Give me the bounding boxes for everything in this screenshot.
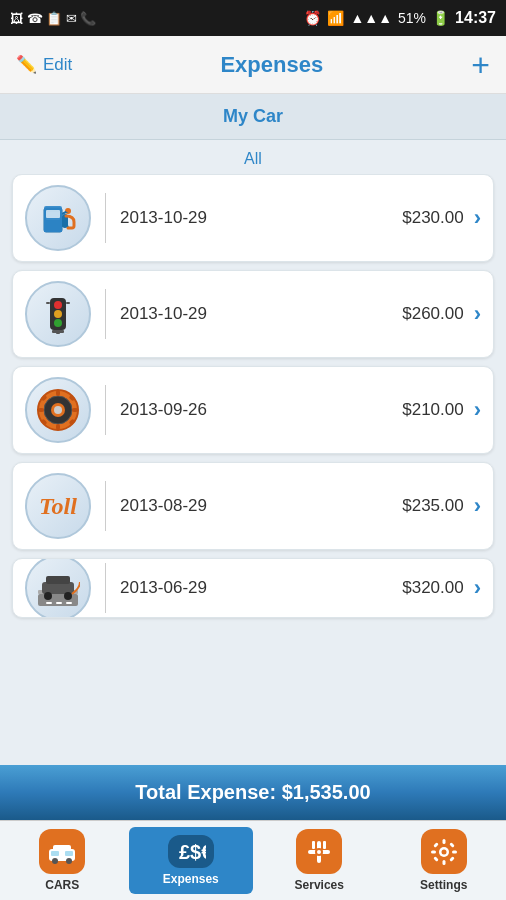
- chevron-icon-2: ›: [474, 301, 481, 327]
- svg-point-10: [54, 319, 62, 327]
- cars-icon-bg: [39, 829, 85, 874]
- status-right-info: ⏰ 📶 ▲▲▲ 51% 🔋 14:37: [304, 9, 496, 27]
- expense-icon-traffic: [25, 281, 91, 347]
- alarm-icon: ⏰: [304, 10, 321, 26]
- car-icon: [47, 837, 77, 867]
- svg-rect-30: [46, 576, 70, 584]
- svg-rect-14: [52, 330, 64, 333]
- chevron-icon-5: ›: [474, 575, 481, 601]
- svg-rect-11: [46, 302, 50, 304]
- svg-point-50: [441, 849, 446, 854]
- svg-point-9: [54, 310, 62, 318]
- expense-amount-3: $210.00: [402, 400, 463, 420]
- expenses-icon-bg: £$€: [168, 835, 214, 868]
- battery-icon: 🔋: [432, 10, 449, 26]
- svg-rect-20: [56, 424, 60, 430]
- svg-rect-34: [56, 602, 62, 604]
- svg-rect-51: [442, 839, 445, 844]
- signal-icon: ▲▲▲: [350, 10, 392, 26]
- services-icon: [304, 837, 334, 867]
- svg-rect-19: [56, 390, 60, 396]
- svg-rect-57: [433, 856, 439, 862]
- svg-rect-56: [449, 842, 455, 848]
- expense-item-3[interactable]: 2013-09-26 $210.00 ›: [12, 366, 494, 454]
- status-left-icons: 🖼 ☎ 📋 ✉ 📞: [10, 11, 96, 26]
- chevron-icon-3: ›: [474, 397, 481, 423]
- traffic-light-icon: [36, 292, 80, 336]
- expense-date-1: 2013-10-29: [120, 208, 402, 228]
- svg-point-18: [54, 406, 62, 414]
- divider: [105, 193, 106, 243]
- expense-icon-fuel: [25, 185, 91, 251]
- edit-label: Edit: [43, 55, 72, 75]
- battery-percent: 51%: [398, 10, 426, 26]
- svg-rect-41: [65, 851, 73, 856]
- status-time: 14:37: [455, 9, 496, 27]
- svg-rect-22: [72, 408, 78, 412]
- svg-rect-53: [431, 850, 436, 853]
- svg-point-32: [64, 592, 72, 600]
- svg-rect-12: [66, 302, 70, 304]
- expenses-nav-label: Expenses: [163, 872, 219, 886]
- nav-item-settings[interactable]: Settings: [382, 821, 507, 900]
- nav-item-services[interactable]: Services: [257, 821, 382, 900]
- cars-nav-label: CARS: [45, 878, 79, 892]
- svg-rect-33: [46, 602, 52, 604]
- svg-rect-5: [66, 209, 70, 212]
- svg-rect-35: [66, 602, 72, 604]
- divider: [105, 481, 106, 531]
- expense-date-4: 2013-08-29: [120, 496, 402, 516]
- services-nav-label: Services: [295, 878, 344, 892]
- expense-date-5: 2013-06-29: [120, 578, 402, 598]
- divider: [105, 563, 106, 613]
- svg-rect-55: [433, 842, 439, 848]
- svg-point-8: [54, 301, 62, 309]
- svg-point-46: [317, 850, 321, 854]
- expense-amount-5: $320.00: [402, 578, 463, 598]
- expense-date-2: 2013-10-29: [120, 304, 402, 324]
- edit-button[interactable]: ✏️ Edit: [16, 54, 72, 75]
- svg-rect-21: [38, 408, 44, 412]
- svg-rect-40: [51, 851, 59, 856]
- expense-icon-toll: Toll: [25, 473, 91, 539]
- toll-text-icon: Toll: [39, 493, 77, 520]
- nav-item-expenses[interactable]: £$€ Expenses: [129, 827, 254, 894]
- status-bar: 🖼 ☎ 📋 ✉ 📞 ⏰ 📶 ▲▲▲ 51% 🔋 14:37: [0, 0, 506, 36]
- gear-icon: [429, 837, 459, 867]
- svg-rect-37: [53, 845, 71, 851]
- expense-icon-parking: [25, 558, 91, 618]
- divider: [105, 289, 106, 339]
- expense-item-2[interactable]: 2013-10-29 $260.00 ›: [12, 270, 494, 358]
- bottom-nav: CARS £$€ Expenses Services: [0, 820, 506, 900]
- chevron-icon-4: ›: [474, 493, 481, 519]
- svg-rect-27: [38, 594, 78, 606]
- divider: [105, 385, 106, 435]
- svg-point-39: [66, 858, 72, 864]
- fuel-icon: [36, 196, 80, 240]
- expense-amount-1: $230.00: [402, 208, 463, 228]
- svg-rect-6: [46, 210, 60, 218]
- status-icons: 🖼 ☎ 📋 ✉ 📞: [10, 11, 96, 26]
- settings-nav-label: Settings: [420, 878, 467, 892]
- header: ✏️ Edit Expenses +: [0, 36, 506, 94]
- filter-bar: All: [0, 140, 506, 174]
- total-expense-label: Total Expense: $1,535.00: [135, 781, 370, 803]
- svg-text:£$€: £$€: [179, 841, 206, 863]
- mycar-label: My Car: [223, 106, 283, 126]
- expense-icon-tire: [25, 377, 91, 443]
- expense-amount-4: $235.00: [402, 496, 463, 516]
- settings-icon-bg: [421, 829, 467, 874]
- expense-item-1[interactable]: 2013-10-29 $230.00 ›: [12, 174, 494, 262]
- expenses-list: 2013-10-29 $230.00 › 2013-10-29 $260.00 …: [0, 174, 506, 674]
- svg-rect-58: [449, 856, 455, 862]
- expense-item-4[interactable]: Toll 2013-08-29 $235.00 ›: [12, 462, 494, 550]
- edit-icon: ✏️: [16, 54, 37, 75]
- svg-rect-48: [323, 841, 326, 849]
- expense-amount-2: $260.00: [402, 304, 463, 324]
- svg-point-31: [44, 592, 52, 600]
- expense-date-3: 2013-09-26: [120, 400, 402, 420]
- page-title: Expenses: [220, 52, 323, 78]
- add-button[interactable]: +: [471, 49, 490, 81]
- expense-item-5[interactable]: 2013-06-29 $320.00 ›: [12, 558, 494, 618]
- nav-item-cars[interactable]: CARS: [0, 821, 125, 900]
